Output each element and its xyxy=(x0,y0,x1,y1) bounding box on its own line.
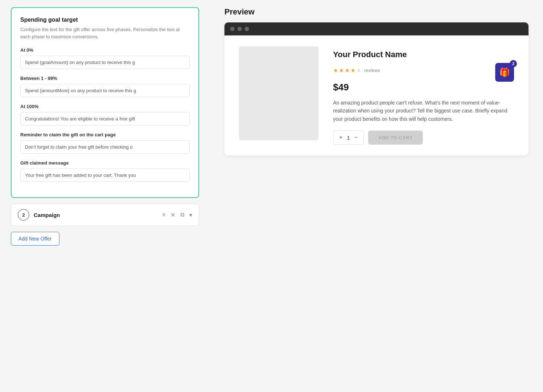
star-1: ★ xyxy=(333,67,338,74)
card-description: Configure the text for the gift offer ac… xyxy=(20,26,190,40)
add-to-cart-button[interactable]: ADD TO CART xyxy=(368,131,423,145)
hamburger-icon[interactable]: ≡ xyxy=(162,212,165,218)
campaign-row: 2 Campaign ≡ ✕ ⧉ ▾ xyxy=(11,204,199,226)
field-group-giftClaimed: Gift claimed message xyxy=(20,160,190,182)
right-panel: Preview Your Product Name ★ ★ ★ xyxy=(210,0,543,392)
copy-icon[interactable]: ⧉ xyxy=(180,212,184,218)
field-label-at0: At 0% xyxy=(20,47,190,53)
field-group-at100: At 100% xyxy=(20,104,190,125)
star-rating: ★ ★ ★ ★ ★ xyxy=(333,67,361,74)
field-group-at0: At 0% xyxy=(20,47,190,69)
star-3: ★ xyxy=(345,67,350,74)
field-group-reminder: Reminder to claim the gift on the cart p… xyxy=(20,132,190,154)
campaign-icons: ≡ ✕ ⧉ ▾ xyxy=(162,212,192,218)
star-2: ★ xyxy=(339,67,344,74)
reviews-gift-row: ★ ★ ★ ★ ★ reviews 🎁 2 xyxy=(333,63,514,82)
add-to-cart-row: + 1 − ADD TO CART xyxy=(333,130,514,145)
browser-dot-3 xyxy=(245,27,249,31)
field-label-at100: At 100% xyxy=(20,104,190,109)
star-5: ★ xyxy=(356,67,361,74)
field-input-at100[interactable] xyxy=(20,112,190,125)
gift-badge-count: 2 xyxy=(510,60,517,67)
reviews-text: reviews xyxy=(364,68,380,73)
field-label-reminder: Reminder to claim the gift on the cart p… xyxy=(20,132,190,137)
close-icon[interactable]: ✕ xyxy=(171,212,175,218)
quantity-plus-button[interactable]: − xyxy=(354,134,358,141)
product-info: Your Product Name ★ ★ ★ ★ ★ reviews xyxy=(333,46,514,145)
field-label-giftClaimed: Gift claimed message xyxy=(20,160,190,166)
browser-dot-1 xyxy=(230,27,235,31)
product-price: $49 xyxy=(333,82,514,93)
quantity-value: 1 xyxy=(347,135,350,141)
preview-title: Preview xyxy=(224,7,529,17)
field-input-giftClaimed[interactable] xyxy=(20,169,190,182)
field-input-reminder[interactable] xyxy=(20,140,190,154)
campaign-number: 2 xyxy=(18,209,29,221)
browser-dot-2 xyxy=(237,27,242,31)
gift-icon: 🎁 xyxy=(499,67,510,77)
left-panel: Spending goal target Configure the text … xyxy=(0,0,210,392)
browser-content: Your Product Name ★ ★ ★ ★ ★ reviews xyxy=(224,35,529,155)
browser-window: Your Product Name ★ ★ ★ ★ ★ reviews xyxy=(224,22,529,155)
product-description: An amazing product people can't refuse. … xyxy=(333,99,514,123)
browser-bar xyxy=(224,22,529,35)
quantity-minus-button[interactable]: + xyxy=(339,134,342,141)
spending-goal-card: Spending goal target Configure the text … xyxy=(11,7,199,198)
fields-container: At 0%Between 1 - 99%At 100%Reminder to c… xyxy=(20,47,190,182)
field-group-between1_99: Between 1 - 99% xyxy=(20,76,190,97)
gift-badge-container[interactable]: 🎁 2 xyxy=(495,63,514,82)
product-image xyxy=(239,46,319,140)
star-4: ★ xyxy=(350,67,355,74)
quantity-control[interactable]: + 1 − xyxy=(333,130,364,145)
field-input-between1_99[interactable] xyxy=(20,84,190,97)
card-title: Spending goal target xyxy=(20,17,190,23)
product-name: Your Product Name xyxy=(333,50,514,59)
campaign-label: Campaign xyxy=(34,212,158,218)
field-input-at0[interactable] xyxy=(20,56,190,69)
field-label-between1_99: Between 1 - 99% xyxy=(20,76,190,81)
product-reviews: ★ ★ ★ ★ ★ reviews xyxy=(333,67,380,74)
chevron-down-icon[interactable]: ▾ xyxy=(189,212,192,218)
add-new-offer-button[interactable]: Add New Offer xyxy=(11,232,59,246)
